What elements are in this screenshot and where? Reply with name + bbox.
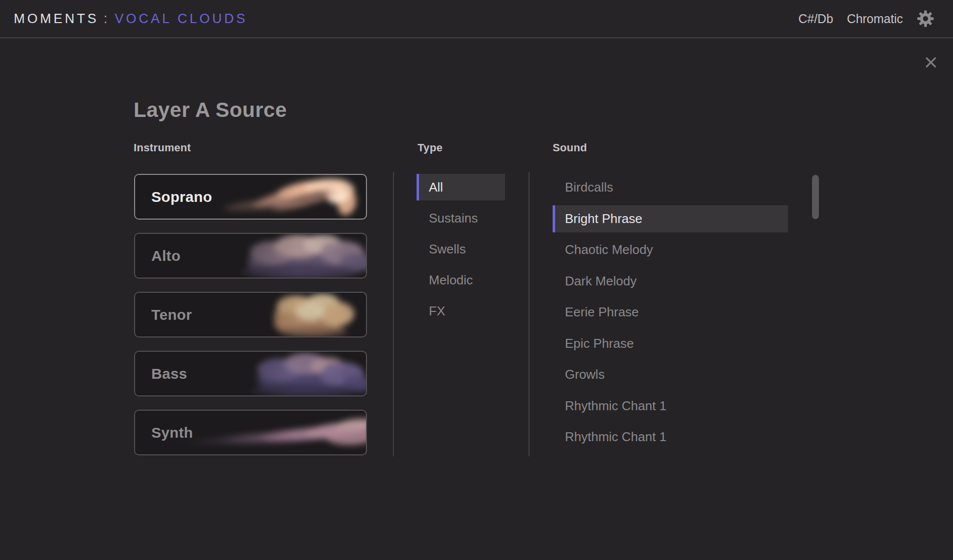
instrument-card-bass[interactable]: Bass	[134, 351, 367, 396]
instrument-column-header: Instrument	[134, 141, 191, 154]
type-item-label: Swells	[429, 242, 466, 257]
close-icon	[924, 55, 938, 70]
key-select[interactable]: C#/Db	[798, 12, 833, 26]
sound-item-label: Dark Melody	[565, 274, 637, 289]
type-item-label: Melodic	[429, 273, 473, 288]
type-item-label: All	[429, 180, 443, 195]
instrument-card-label: Tenor	[151, 307, 192, 323]
sound-scrollbar[interactable]	[812, 175, 819, 219]
column-divider	[393, 172, 394, 456]
type-item-swells[interactable]: Swells	[417, 236, 505, 262]
sound-item-epic-phrase[interactable]: Epic Phrase	[553, 330, 788, 357]
sound-item-rhythmic-chant-1[interactable]: Rhythmic Chant 1	[553, 423, 788, 450]
instrument-card-label: Synth	[151, 424, 193, 441]
topbar-controls: C#/Db Chromatic	[798, 10, 934, 28]
sound-item-dark-melody[interactable]: Dark Melody	[553, 268, 788, 295]
column-divider	[529, 172, 530, 456]
gear-icon	[917, 10, 934, 28]
app-logo: MOMENTS : VOCAL CLOUDS	[14, 11, 248, 27]
scale-select[interactable]: Chromatic	[847, 12, 903, 26]
brand-separator: :	[104, 11, 110, 27]
close-button[interactable]	[924, 55, 938, 70]
type-item-all[interactable]: All	[417, 174, 505, 200]
type-item-label: Sustains	[429, 211, 478, 226]
sound-item-label: Chaotic Melody	[565, 242, 653, 257]
instrument-card-label: Soprano	[151, 189, 212, 205]
type-item-melodic[interactable]: Melodic	[417, 267, 505, 293]
sound-item-label: Growls	[565, 367, 605, 382]
sound-item-chaotic-melody[interactable]: Chaotic Melody	[553, 236, 788, 263]
instrument-card-synth[interactable]: Synth	[134, 410, 367, 455]
sound-item-rhythmic-chant-1[interactable]: Rhythmic Chant 1	[553, 392, 788, 420]
type-item-fx[interactable]: FX	[417, 298, 505, 324]
sound-item-eerie-phrase[interactable]: Eerie Phrase	[553, 299, 788, 326]
type-list: AllSustainsSwellsMelodicFX	[417, 174, 505, 329]
sound-list: BirdcallsBright PhraseChaotic MelodyDark…	[553, 174, 788, 455]
sound-item-growls[interactable]: Growls	[553, 361, 788, 388]
sound-item-label: Epic Phrase	[565, 336, 634, 351]
sound-column-header: Sound	[553, 141, 587, 154]
sound-item-label: Rhythmic Chant 1	[565, 398, 667, 414]
type-item-sustains[interactable]: Sustains	[417, 205, 505, 231]
instrument-card-label: Bass	[151, 365, 187, 382]
settings-button[interactable]	[917, 10, 934, 28]
instrument-list: SopranoAltoTenorBassSynth	[134, 174, 367, 469]
type-item-label: FX	[429, 304, 445, 319]
type-column-header: Type	[418, 141, 443, 154]
instrument-card-soprano[interactable]: Soprano	[134, 174, 367, 220]
sound-item-birdcalls[interactable]: Birdcalls	[553, 174, 788, 201]
page-title: Layer A Source	[134, 98, 287, 122]
instrument-card-label: Alto	[151, 248, 181, 264]
sound-item-label: Bright Phrase	[565, 211, 643, 226]
sound-item-label: Birdcalls	[565, 180, 613, 195]
instrument-card-tenor[interactable]: Tenor	[134, 292, 367, 337]
sound-item-label: Rhythmic Chant 1	[565, 429, 667, 445]
instrument-card-alto[interactable]: Alto	[134, 233, 367, 279]
brand-secondary: VOCAL CLOUDS	[115, 11, 248, 27]
brand-primary: MOMENTS	[14, 11, 99, 27]
sound-item-label: Eerie Phrase	[565, 305, 639, 320]
sound-item-bright-phrase[interactable]: Bright Phrase	[553, 205, 788, 232]
topbar: MOMENTS : VOCAL CLOUDS C#/Db Chromatic	[0, 0, 953, 38]
